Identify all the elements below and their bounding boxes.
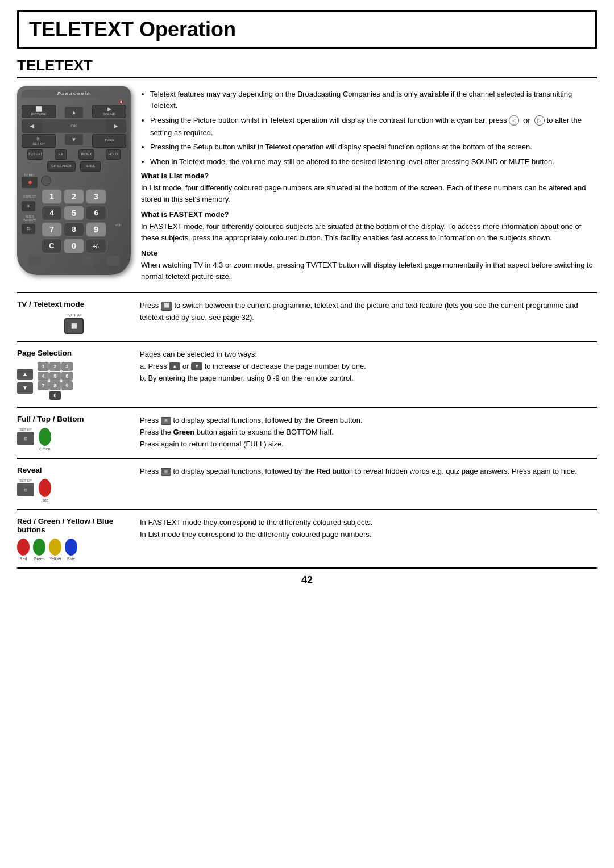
text-content: Teletext features may vary depending on …: [141, 86, 597, 287]
tvtext-button[interactable]: TV/TEXT: [27, 149, 43, 160]
bullet-2: Pressing the Picture button whilst in Te…: [150, 114, 597, 138]
red-button[interactable]: [39, 479, 51, 497]
multiwindow-button[interactable]: ⊡: [22, 224, 35, 234]
mini-8: 8: [49, 381, 61, 390]
green-button[interactable]: [39, 428, 51, 446]
page-down-arrow[interactable]: ▼: [17, 382, 33, 394]
left-arrow-icon: ◁: [509, 115, 519, 126]
tvav-button[interactable]: TV/AV: [92, 134, 126, 148]
num-6[interactable]: 6: [86, 206, 106, 220]
num-4[interactable]: 4: [42, 206, 62, 220]
small-btn-left3: [81, 256, 93, 266]
color-desc-2: In List mode they correspond to the diff…: [140, 529, 597, 541]
still-button[interactable]: STILL: [80, 161, 101, 172]
blue-color-button[interactable]: [65, 539, 77, 556]
picture-button[interactable]: ⬜ PICTURE: [22, 105, 56, 118]
yellow-color-button[interactable]: [49, 539, 61, 556]
fp-button[interactable]: F.P: [55, 149, 67, 160]
num-7[interactable]: 7: [42, 222, 62, 237]
full-top-bottom-row: Full / Top / Bottom SET UP ⊞ Green Press…: [17, 407, 597, 458]
tv-teletext-title: TV / Teletext mode: [17, 300, 131, 308]
setup-btn-ftb[interactable]: ⊞: [17, 432, 34, 445]
page-up-arrow[interactable]: ▲: [17, 369, 33, 380]
numpad-section: ASPECT ⊞ MULTI WINDOW ⊡ 1 2 3 4 5 6: [22, 189, 126, 253]
color-buttons-row: Red / Green / Yellow / Blue buttons Red …: [17, 509, 597, 569]
dpad-center[interactable]: OK: [42, 119, 106, 133]
tvrec-button[interactable]: ⏺: [22, 177, 38, 188]
green-label: Green: [39, 447, 50, 451]
color-buttons-right: In FASTEXT mode they correspond to the d…: [140, 517, 597, 541]
setup-inline-icon-2: ⊞: [161, 468, 171, 476]
dpad-up[interactable]: ▲: [65, 107, 83, 118]
right-labels: VCR: [110, 189, 126, 227]
mini-6: 6: [61, 372, 73, 381]
color-buttons-title: Red / Green / Yellow / Blue buttons: [17, 517, 131, 534]
hold-button[interactable]: HOLD: [106, 149, 121, 160]
note-body: When watching TV in 4:3 or zoom mode, pr…: [141, 260, 597, 282]
circle-btn-1[interactable]: [41, 176, 51, 186]
note-title: Note: [141, 249, 597, 257]
setup-btn-reveal[interactable]: ⊞: [17, 483, 34, 496]
dpad-left[interactable]: ◀: [22, 119, 42, 133]
extra-btn-4[interactable]: [107, 256, 119, 266]
setup-button[interactable]: ⊞ SET UP: [22, 134, 56, 148]
num-c[interactable]: C: [42, 239, 62, 253]
small-btn-left2: [55, 256, 67, 266]
reveal-title: Reveal: [17, 466, 131, 474]
red-btn-area: Red: [39, 479, 51, 502]
extra-btn-3[interactable]: [81, 256, 93, 266]
list-mode-section: What is List mode? In List mode, four di…: [141, 172, 597, 205]
setup-label-ftb: SET UP: [19, 428, 32, 431]
red-color-button[interactable]: [17, 539, 30, 556]
tv-teletext-left: TV / Teletext mode TV/TEXT ⬜: [17, 300, 131, 334]
aspect-label: ASPECT: [22, 195, 38, 199]
num-5[interactable]: 5: [64, 206, 84, 220]
green-color-button[interactable]: [33, 539, 45, 556]
dpad-right[interactable]: ▶: [106, 119, 126, 133]
page-selection-left: Page Selection ▲ ▼ 1 2 3 4 5 6 7 8: [17, 349, 131, 400]
num-1[interactable]: 1: [42, 189, 62, 204]
reveal-row: Reveal SET UP ⊞ Red Press ⊞ to display s…: [17, 458, 597, 509]
remote-row3: ⊞ SET UP ▼ TV/AV: [22, 134, 126, 148]
tv-teletext-row: TV / Teletext mode TV/TEXT ⬜ Press ⬜ to …: [17, 292, 597, 341]
sound-button[interactable]: ▶ SOUND: [92, 105, 126, 118]
num-0[interactable]: 0: [64, 239, 84, 253]
blue-btn-label: Blue: [67, 557, 75, 561]
color-btns-area: [22, 256, 126, 266]
yellow-btn-color: Yellow: [49, 539, 61, 561]
full-top-bottom-title: Full / Top / Bottom: [17, 415, 131, 423]
setup-illustration-ftb: SET UP ⊞ Green: [17, 428, 131, 451]
index-button[interactable]: INDEX: [78, 149, 94, 160]
full-top-bottom-left: Full / Top / Bottom SET UP ⊞ Green: [17, 415, 131, 451]
red-label: Red: [42, 498, 49, 502]
color-buttons-left: Red / Green / Yellow / Blue buttons Red …: [17, 517, 131, 561]
aspect-button[interactable]: ⊞: [22, 201, 35, 211]
tvtext-inline-icon: ⬜: [161, 302, 172, 311]
remote-brand-text: Panasonic: [22, 91, 126, 97]
chsearch-button[interactable]: CH SEARCH: [47, 161, 76, 172]
mini-0: 0: [49, 391, 61, 400]
remote-illustration: Panasonic 🔇 ⬜ PICTURE ▲ ▶ SOUND: [17, 86, 131, 287]
num-9[interactable]: 9: [86, 222, 106, 237]
mini-numpad: 1 2 3 4 5 6 7 8 9: [38, 362, 73, 390]
num-2[interactable]: 2: [64, 189, 84, 204]
dpad-down[interactable]: ▼: [65, 134, 83, 145]
extra-btn-2[interactable]: [55, 256, 67, 266]
num-8[interactable]: 8: [64, 222, 84, 237]
or-text: or: [523, 115, 530, 125]
page-sel-desc: Pages can be selected in two ways: a. Pr…: [140, 349, 597, 384]
tvtext-illustration: TV/TEXT ⬜: [17, 313, 131, 334]
bullet-4: When in Teletext mode, the volume may st…: [150, 156, 597, 168]
title-bar: TELETEXT Operation: [17, 10, 597, 49]
extra-btn-1[interactable]: [28, 256, 41, 266]
tvtext-btn-lg[interactable]: ⬜: [64, 318, 84, 334]
page-selection-title: Page Selection: [17, 349, 131, 357]
num-plusminus[interactable]: +/-: [86, 239, 106, 253]
mute-icon: 🔇: [22, 99, 126, 105]
mini-7: 7: [38, 381, 49, 390]
mini-1: 1: [38, 362, 49, 371]
num-3[interactable]: 3: [86, 189, 106, 204]
remote-body: Panasonic 🔇 ⬜ PICTURE ▲ ▶ SOUND: [17, 86, 131, 275]
tvtext-sm-label: TV/TEXT: [66, 313, 82, 317]
section-header: TELETEXT: [17, 57, 597, 78]
